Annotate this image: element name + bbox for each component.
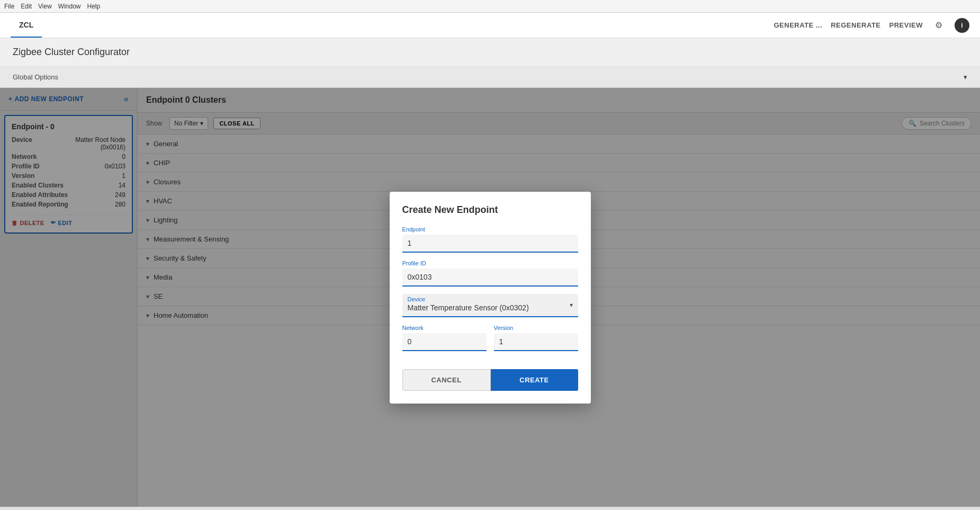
menu-help[interactable]: Help (87, 3, 101, 10)
device-field-label: Device (408, 296, 426, 302)
menu-edit[interactable]: Edit (21, 3, 32, 10)
modal-title: Create New Endpoint (402, 204, 578, 216)
modal-actions: CANCEL CREATE (402, 369, 578, 391)
info-icon[interactable]: i (955, 18, 969, 33)
app-header: ZCL GENERATE ... REGENERATE PREVIEW ⚙ i (0, 13, 980, 38)
profile-id-input[interactable] (402, 269, 578, 287)
menu-file[interactable]: File (4, 3, 14, 10)
regenerate-button[interactable]: REGENERATE (831, 21, 880, 29)
network-field-label: Network (402, 325, 487, 331)
network-input[interactable] (402, 333, 487, 351)
network-field: Network (402, 325, 487, 351)
menu-bar: File Edit View Window Help (0, 0, 980, 13)
version-input[interactable] (494, 333, 578, 351)
profile-id-field: Profile ID (402, 260, 578, 287)
profile-id-field-label: Profile ID (402, 260, 578, 266)
main-content: + ADD NEW ENDPOINT « Endpoint - 0 Device… (0, 88, 980, 507)
create-endpoint-modal: Create New Endpoint Endpoint Profile ID … (390, 192, 591, 404)
header-actions: GENERATE ... REGENERATE PREVIEW ⚙ i (774, 18, 969, 33)
endpoint-field-label: Endpoint (402, 226, 578, 232)
global-options-chevron: ▾ (964, 73, 967, 81)
page-title: Zigbee Cluster Configurator (13, 47, 967, 58)
preview-button[interactable]: PREVIEW (889, 21, 923, 29)
device-field: Device Matter Temperature Sensor (0x0302… (402, 294, 578, 317)
global-options-label: Global Options (13, 73, 58, 81)
menu-window[interactable]: Window (58, 3, 81, 10)
version-field-label: Version (494, 325, 578, 331)
tab-zcl[interactable]: ZCL (11, 13, 42, 38)
version-field: Version (494, 325, 578, 351)
create-button[interactable]: CREATE (491, 369, 578, 391)
global-options-bar[interactable]: Global Options ▾ (0, 67, 980, 88)
network-version-row: Network Version (402, 325, 578, 359)
settings-icon[interactable]: ⚙ (931, 18, 946, 33)
modal-overlay: Create New Endpoint Endpoint Profile ID … (0, 88, 980, 507)
device-select[interactable]: Matter Temperature Sensor (0x0302) (402, 294, 578, 316)
page-title-bar: Zigbee Cluster Configurator (0, 38, 980, 67)
endpoint-input[interactable] (402, 235, 578, 253)
device-select-wrapper: Device Matter Temperature Sensor (0x0302… (402, 294, 578, 317)
generate-button[interactable]: GENERATE ... (774, 21, 822, 29)
endpoint-field: Endpoint (402, 226, 578, 253)
menu-view[interactable]: View (38, 3, 52, 10)
cancel-button[interactable]: CANCEL (402, 369, 491, 391)
